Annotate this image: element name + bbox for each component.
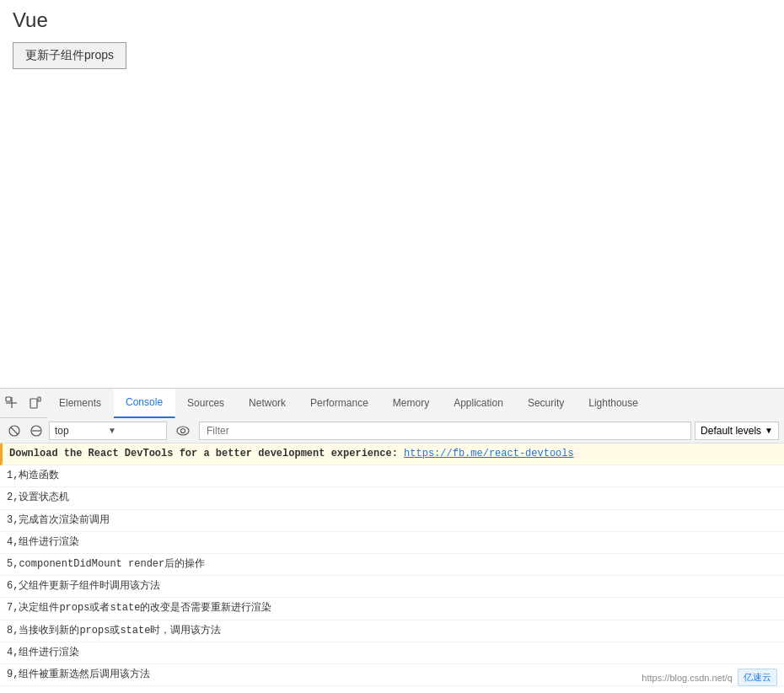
tab-lighthouse[interactable]: Lighthouse [577,389,651,418]
update-props-button[interactable]: 更新子组件props [13,42,126,69]
console-filter-input[interactable] [199,422,691,440]
tab-application[interactable]: Application [442,389,516,418]
main-page: Vue 更新子组件props [0,0,784,388]
console-line: 8,当接收到新的props或state时，调用该方法 [0,620,784,642]
eye-icon[interactable] [174,422,192,440]
console-line: 1,构造函数 [0,465,784,487]
console-line: 2,设置状态机 [0,487,784,509]
block-network-icon[interactable] [27,422,46,440]
svg-rect-4 [38,397,40,401]
svg-line-6 [11,427,18,434]
tab-sources[interactable]: Sources [175,389,237,418]
console-warning-line: Download the React DevTools for a better… [0,443,784,465]
device-toggle-icon[interactable] [24,391,47,415]
svg-rect-3 [30,399,37,408]
tab-elements[interactable]: Elements [47,389,114,418]
console-line: 4,组件进行渲染 [0,532,784,554]
tab-network[interactable]: Network [237,389,298,418]
console-line: 4,组件进行渲染 [0,642,784,664]
watermark: https://blog.csdn.net/q 亿速云 [642,669,777,686]
tab-performance[interactable]: Performance [298,389,381,418]
context-selector[interactable]: top ▼ [49,422,167,440]
console-line: 7,决定组件props或者state的改变是否需要重新进行渲染 [0,598,784,620]
svg-point-9 [177,427,189,435]
devtools-panel: Elements Console Sources Network Perform… [0,388,784,693]
page-title: Vue [13,8,771,32]
console-line: 3,完成首次渲染前调用 [0,510,784,532]
console-line: 5,componentDidMount render后的操作 [0,554,784,576]
log-levels-selector[interactable]: Default levels ▼ [695,422,779,440]
console-line: 6,父组件更新子组件时调用该方法 [0,576,784,598]
devtools-tabs: Elements Console Sources Network Perform… [47,389,784,418]
devtools-link[interactable]: https://fb.me/react-devtools [404,448,574,459]
inspect-element-icon[interactable] [0,391,24,415]
console-output: Download the React DevTools for a better… [0,443,784,693]
console-toolbar: top ▼ Default levels ▼ [0,418,784,443]
svg-rect-0 [6,397,11,401]
clear-console-icon[interactable] [5,422,24,440]
devtools-outer-toolbar: Elements Console Sources Network Perform… [0,389,784,418]
watermark-url: https://blog.csdn.net/q [642,673,733,683]
watermark-logo: 亿速云 [738,669,777,686]
tab-console[interactable]: Console [114,389,175,418]
svg-point-10 [181,428,185,432]
tab-security[interactable]: Security [516,389,577,418]
tab-memory[interactable]: Memory [381,389,442,418]
